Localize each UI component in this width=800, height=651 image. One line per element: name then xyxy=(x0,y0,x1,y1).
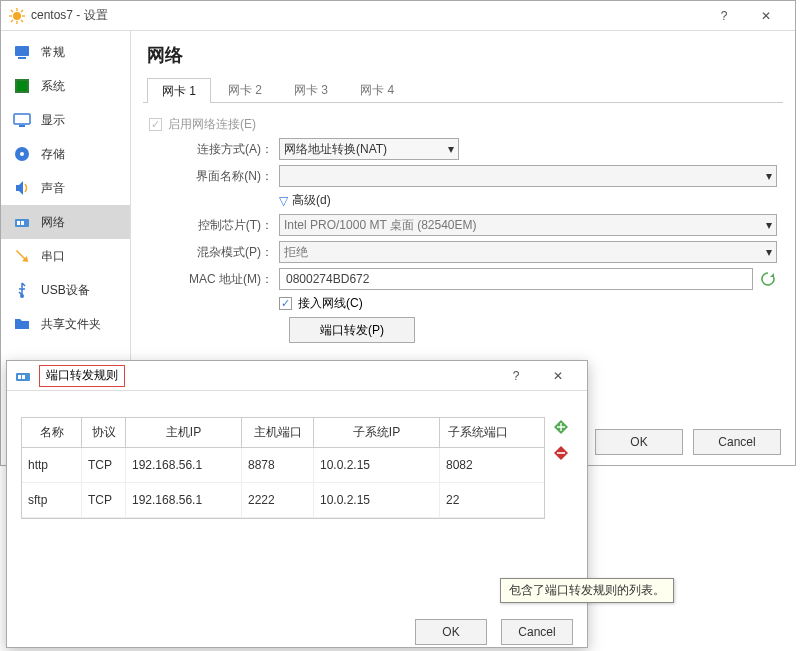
col-host-ip[interactable]: 主机IP xyxy=(126,418,242,447)
chevron-down-icon: ▾ xyxy=(766,169,772,183)
storage-icon xyxy=(13,145,31,163)
attached-to-select[interactable]: 网络地址转换(NAT) ▾ xyxy=(279,138,459,160)
sidebar-item-network[interactable]: 网络 xyxy=(1,205,130,239)
sidebar-item-general[interactable]: 常规 xyxy=(1,35,130,69)
pf-cancel-label: Cancel xyxy=(518,625,555,639)
col-host-port[interactable]: 主机端口 xyxy=(242,418,314,447)
svg-point-20 xyxy=(20,294,24,298)
promisc-label: 混杂模式(P)： xyxy=(149,244,279,261)
cell-guest-port: 22 xyxy=(440,483,516,517)
sidebar-item-label: 显示 xyxy=(41,112,65,129)
attached-to-label: 连接方式(A)： xyxy=(149,141,279,158)
pf-ok-label: OK xyxy=(442,625,459,639)
cell-guest-port: 8082 xyxy=(440,448,516,482)
app-icon xyxy=(9,8,25,24)
mac-label: MAC 地址(M)： xyxy=(149,271,279,288)
svg-line-8 xyxy=(11,20,13,22)
cell-proto: TCP xyxy=(82,483,126,517)
mac-value: 0800274BD672 xyxy=(286,272,369,286)
tab-adapter3[interactable]: 网卡 3 xyxy=(279,77,343,102)
network-icon xyxy=(15,368,31,384)
cancel-button[interactable]: Cancel xyxy=(693,429,781,455)
tab-adapter2[interactable]: 网卡 2 xyxy=(213,77,277,102)
cable-connected-checkbox[interactable] xyxy=(279,297,292,310)
enable-network-checkbox[interactable] xyxy=(149,118,162,131)
sidebar-item-usb[interactable]: USB设备 xyxy=(1,273,130,307)
interface-name-label: 界面名称(N)： xyxy=(149,168,279,185)
ok-label: OK xyxy=(630,435,647,449)
sidebar-item-display[interactable]: 显示 xyxy=(1,103,130,137)
display-icon xyxy=(13,111,31,129)
add-rule-icon[interactable] xyxy=(551,417,571,437)
promisc-value: 拒绝 xyxy=(284,244,308,261)
enable-network-label: 启用网络连接(E) xyxy=(168,116,256,133)
pf-help-button[interactable]: ? xyxy=(495,362,537,390)
footer-buttons: OK Cancel xyxy=(595,429,781,455)
sidebar-item-label: 常规 xyxy=(41,44,65,61)
table-row[interactable]: sftp TCP 192.168.56.1 2222 10.0.2.15 22 xyxy=(22,483,544,518)
svg-rect-22 xyxy=(18,375,21,379)
sidebar-item-label: 共享文件夹 xyxy=(41,316,101,333)
svg-line-7 xyxy=(21,10,23,12)
adapter-type-value: Intel PRO/1000 MT 桌面 (82540EM) xyxy=(284,217,477,234)
sidebar-item-label: USB设备 xyxy=(41,282,90,299)
sidebar-item-shared[interactable]: 共享文件夹 xyxy=(1,307,130,341)
refresh-mac-icon[interactable] xyxy=(759,270,777,288)
interface-name-select[interactable]: ▾ xyxy=(279,165,777,187)
chevron-down-icon: ▾ xyxy=(766,245,772,259)
pf-body: 名称 协议 主机IP 主机端口 子系统IP 子系统端口 http TCP 192… xyxy=(7,391,587,519)
svg-line-6 xyxy=(21,20,23,22)
ok-button[interactable]: OK xyxy=(595,429,683,455)
cell-guest-ip: 10.0.2.15 xyxy=(314,448,440,482)
col-guest-port[interactable]: 子系统端口 xyxy=(440,418,516,447)
promisc-select[interactable]: 拒绝 ▾ xyxy=(279,241,777,263)
svg-rect-13 xyxy=(14,114,30,124)
triangle-down-icon: ▽ xyxy=(279,194,288,208)
tabbar: 网卡 1 网卡 2 网卡 3 网卡 4 xyxy=(143,77,783,103)
help-button[interactable]: ? xyxy=(703,2,745,30)
svg-rect-10 xyxy=(18,57,26,59)
adapter-type-label: 控制芯片(T)： xyxy=(149,217,279,234)
mac-input[interactable]: 0800274BD672 xyxy=(279,268,753,290)
pf-cancel-button[interactable]: Cancel xyxy=(501,619,573,645)
pf-footer: OK Cancel xyxy=(415,619,573,645)
svg-line-5 xyxy=(11,10,13,12)
remove-rule-icon[interactable] xyxy=(551,443,571,463)
adapter-type-select[interactable]: Intel PRO/1000 MT 桌面 (82540EM) ▾ xyxy=(279,214,777,236)
svg-point-16 xyxy=(20,152,24,156)
folder-icon xyxy=(13,315,31,333)
table-row[interactable]: http TCP 192.168.56.1 8878 10.0.2.15 808… xyxy=(22,448,544,483)
cell-host-ip: 192.168.56.1 xyxy=(126,483,242,517)
network-icon xyxy=(13,213,31,231)
page-title: 网络 xyxy=(147,43,783,67)
col-proto[interactable]: 协议 xyxy=(82,418,126,447)
sidebar-item-label: 声音 xyxy=(41,180,65,197)
cancel-label: Cancel xyxy=(718,435,755,449)
sidebar-item-audio[interactable]: 声音 xyxy=(1,171,130,205)
cell-guest-ip: 10.0.2.15 xyxy=(314,483,440,517)
cell-proto: TCP xyxy=(82,448,126,482)
sidebar-item-serial[interactable]: 串口 xyxy=(1,239,130,273)
sidebar-item-system[interactable]: 系统 xyxy=(1,69,130,103)
col-guest-ip[interactable]: 子系统IP xyxy=(314,418,440,447)
tab-adapter1[interactable]: 网卡 1 xyxy=(147,78,211,103)
pf-titlebar: 端口转发规则 ? ✕ xyxy=(7,361,587,391)
sidebar-item-label: 系统 xyxy=(41,78,65,95)
sidebar-item-storage[interactable]: 存储 xyxy=(1,137,130,171)
pf-ok-button[interactable]: OK xyxy=(415,619,487,645)
close-button[interactable]: ✕ xyxy=(745,2,787,30)
svg-rect-9 xyxy=(15,46,29,56)
svg-rect-23 xyxy=(22,375,25,379)
advanced-label: 高级(d) xyxy=(292,192,331,209)
chevron-down-icon: ▾ xyxy=(448,142,454,156)
tab-adapter4[interactable]: 网卡 4 xyxy=(345,77,409,102)
port-forwarding-button[interactable]: 端口转发(P) xyxy=(289,317,415,343)
advanced-toggle[interactable]: ▽ 高级(d) xyxy=(279,192,331,209)
col-name[interactable]: 名称 xyxy=(22,418,82,447)
usb-icon xyxy=(13,281,31,299)
cell-host-ip: 192.168.56.1 xyxy=(126,448,242,482)
svg-rect-12 xyxy=(17,81,27,91)
pf-close-button[interactable]: ✕ xyxy=(537,362,579,390)
sidebar-item-label: 串口 xyxy=(41,248,65,265)
sidebar-item-label: 网络 xyxy=(41,214,65,231)
